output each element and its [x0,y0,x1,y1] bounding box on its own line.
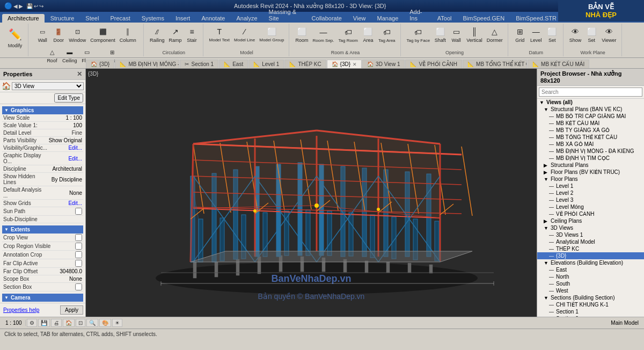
tab-collaborate[interactable]: Collaborate [306,14,347,23]
view-tab-3dview1[interactable]: 🏠3D View 1 [362,60,405,68]
view-tab-phoi-canh[interactable]: 📐VẼ PHỐI CẢNH [405,60,462,68]
tab-structure[interactable]: Structure [45,14,80,23]
tree-ceiling-plans[interactable]: ▶Ceiling Plans [537,217,644,224]
properties-close[interactable]: ✕ [77,70,82,78]
far-clip-checkbox[interactable] [75,260,82,267]
view-tab-mong[interactable]: 📐MB ĐỊNH VỊ MÓNG - ĐÁ KIÊNG [115,60,179,68]
tree-structural-plans[interactable]: ▶Structural Plans [537,162,644,169]
view-tab-section1[interactable]: ✂Section 1 [180,60,218,68]
tree-mb-ket-cau-mai[interactable]: —MB KẾT CẤU MÁI [537,120,644,127]
tree-east[interactable]: —East [537,266,644,273]
tree-3d-views-1[interactable]: —3D Views 1 [537,231,644,238]
roof-btn[interactable]: △Roof [45,45,60,64]
area-btn[interactable]: ⬜Area [361,25,376,44]
railing-btn[interactable]: ⫽Railing [148,25,166,44]
ceiling-btn[interactable]: ▬Ceiling [61,45,79,64]
undo-icon[interactable]: ↩ [34,3,38,9]
zoom-in-btn[interactable]: 🔍 [86,319,98,327]
column-btn[interactable]: ║Column [118,25,138,44]
tree-west[interactable]: —West [537,287,644,294]
set-workplane-btn[interactable]: ⬜Set [584,25,599,44]
tab-systems[interactable]: Systems [136,14,170,23]
tree-mb-dinh-vi-tim-coc[interactable]: —MB ĐỊNH VỊ TIM CỌC [537,155,644,162]
print-btn[interactable]: 🖨 [51,319,62,327]
window-btn[interactable]: ⊡Window [67,25,87,44]
view-3d-btn[interactable]: 🏠 [63,319,75,327]
component-btn[interactable]: ⬛Component [89,25,117,44]
section-box-checkbox[interactable] [75,283,82,290]
type-selector[interactable]: 3D View [12,82,84,90]
tab-bimspeed-str[interactable]: BimSpeed.STR [510,14,562,23]
grid-datum-btn[interactable]: ⊞Grid [513,25,528,44]
view-tab-mb-tong[interactable]: 📐MB TỔNG THỂ KẾT CẤU [463,60,527,68]
save-quick-btn[interactable]: 💾 [38,319,50,327]
vertical-btn[interactable]: ║Vertical [465,25,484,44]
tree-views-all[interactable]: ▼Views (all) [537,99,644,106]
tree-section-1[interactable]: —Section 1 [537,308,644,315]
viewport[interactable]: {3D} BanVeNhaDep.vn Bản quyền © BanVeNha… [86,69,537,317]
tree-level-2[interactable]: —Level 2 [537,189,644,196]
tab-analyze[interactable]: Analyze [231,14,262,23]
tree-level-3[interactable]: —Level 3 [537,196,644,203]
prop-section-camera-title[interactable]: Camera [2,294,83,302]
tree-north[interactable]: —North [537,273,644,280]
viewer-btn[interactable]: 👁Viewer [600,25,618,44]
model-line-btn[interactable]: ∕Model Line [232,25,257,43]
model-group-btn[interactable]: ⬜Model Group [258,25,286,43]
tree-analytical-model[interactable]: —Analytical Model [537,238,644,245]
tree-mb-tong-the[interactable]: —MB TỔNG THỂ KẾT CẤU [537,134,644,141]
tag-room-btn[interactable]: 🏷Tag Room [337,25,360,44]
tab-insert[interactable]: Insert [170,14,196,23]
tree-mb-cap-giang[interactable]: —MB BỐ TRÍ CÁP GIẰNG MÁI [537,113,644,120]
tree-mb-ty-giang[interactable]: —MB TY GIẰNG XÀ GỒ [537,127,644,134]
set-datum-btn[interactable]: ⬜Set [545,25,560,44]
tree-south[interactable]: —South [537,280,644,287]
tree-3d-current[interactable]: —{3D} [537,252,644,259]
tree-level-1[interactable]: —Level 1 [537,183,644,189]
shadows-btn[interactable]: ☀ [112,319,122,327]
redo-icon[interactable]: ↪ [39,3,43,9]
nav-back[interactable]: ◀ [13,3,18,9]
edit-type-btn[interactable]: Edit Type [54,93,83,103]
modify-btn[interactable]: ✏️ Modify [5,25,25,49]
tree-elevations[interactable]: ▼Elevations (Building Elevation) [537,259,644,266]
tab-steel[interactable]: Steel [80,14,104,23]
tree-mb-dinh-vi-mong[interactable]: —MB ĐỊNH VỊ MÓNG - ĐÁ KIÊNG [537,148,644,155]
tab-manage[interactable]: Manage [372,14,404,23]
sync-btn[interactable]: ⚙ [27,319,37,327]
save-icon[interactable]: 💾 [26,3,33,9]
properties-help[interactable]: Properties help [1,306,41,314]
view-tab-east[interactable]: 📐East [219,60,248,68]
view-tab-3d-active[interactable]: 🏠{3D} ✕ [327,60,362,68]
level-btn[interactable]: —Level [529,25,544,44]
tree-mb-xa-go-mai[interactable]: —MB XÀ GỒ MÁI [537,141,644,148]
annotation-crop-checkbox[interactable] [75,251,82,258]
door-btn[interactable]: 🚪Door [51,25,66,44]
search-input[interactable] [539,88,642,97]
crop-view-checkbox[interactable] [75,234,82,241]
view-tab-level1[interactable]: 📐Level 1 [248,60,284,68]
ramp-btn[interactable]: ↗Ramp [167,25,184,44]
view-tab-mb-mai[interactable]: 📐MB KẾT CẤU MÁI [528,60,589,68]
tree-chi-tiet-khung[interactable]: —CHI TIẾT KHUNG K-1 [537,301,644,308]
view-tab-thep[interactable]: 📐THÉP KC [284,60,326,68]
tab-annotate[interactable]: Annotate [196,14,230,23]
tree-level-mong[interactable]: —Level Móng [537,203,644,210]
properties-apply[interactable]: Apply [60,305,83,315]
tree-floor-plans[interactable]: ▼Floor Plans [537,176,644,183]
tab-view[interactable]: View [348,14,371,23]
tree-section-2[interactable]: —Section 2 [537,315,644,317]
view-tab-close[interactable]: ✕ [353,62,357,67]
tab-architecture[interactable]: Architecture [2,14,45,23]
prop-section-extents-title[interactable]: Extents [2,225,83,234]
nav-forward[interactable]: ▶ [19,3,23,9]
prop-section-graphics-title[interactable]: Graphics [2,106,83,114]
tree-sections-building[interactable]: ▼Sections (Building Section) [537,294,644,301]
view-tab-3d-1[interactable]: 🏠{3D} [86,60,114,68]
show-workplane-btn[interactable]: 👁Show [568,25,583,44]
tab-atool[interactable]: ATool [432,14,457,23]
shaft-btn[interactable]: ⬜Shaft [433,25,448,44]
zoom-fit-btn[interactable]: ⊡ [76,319,85,327]
tab-precast[interactable]: Precast [105,14,135,23]
tree-floor-plans-bv[interactable]: ▶Floor Plans (BV KIẾN TRÚC) [537,169,644,176]
